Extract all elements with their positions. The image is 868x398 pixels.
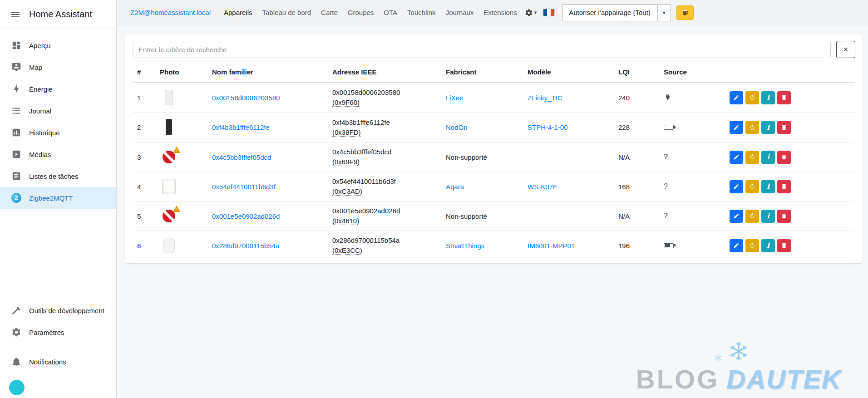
source-icon: ? <box>664 93 672 101</box>
z2m-nav: Appareils Tableau de bord Carte Groupes … <box>219 5 522 20</box>
info-button[interactable]: i <box>761 151 775 164</box>
remove-button[interactable] <box>777 91 791 104</box>
device-name-link[interactable]: 0x001e5e0902ad026d <box>212 212 280 220</box>
language-flag-fr[interactable] <box>543 9 555 16</box>
app-title: Home Assistant <box>29 9 92 20</box>
model-link[interactable]: WS-K07E <box>528 183 557 191</box>
model-link[interactable]: IM6001-MPP01 <box>528 242 575 250</box>
pencil-icon <box>733 183 740 190</box>
manufacturer-link[interactable]: Aqara <box>446 183 464 191</box>
sidebar-item-notifications[interactable]: Notifications <box>0 351 116 373</box>
rename-button[interactable] <box>730 121 743 134</box>
manufacturer-link[interactable]: Non-supporté <box>446 153 487 161</box>
sidebar-item-listes-de-taches[interactable]: Listes de tâches <box>0 165 116 187</box>
rename-button[interactable] <box>730 151 743 164</box>
row-actions: i <box>730 239 851 252</box>
nav-item-ota[interactable]: OTA <box>379 5 402 20</box>
refresh-icon <box>749 213 755 219</box>
z2m-brand-link[interactable]: Z2M@homeassistant.local <box>130 9 211 16</box>
model-link[interactable]: STPH-4-1-00 <box>528 123 567 131</box>
header-fabricant: Fabricant <box>441 62 523 83</box>
manufacturer-link[interactable]: NodOn <box>446 123 468 131</box>
nav-item-journaux[interactable]: Journaux <box>441 5 479 20</box>
permit-join-caret-button[interactable]: ▾ <box>657 4 671 21</box>
nav-item-tableau-de-bord[interactable]: Tableau de bord <box>257 5 316 20</box>
remove-button[interactable] <box>777 180 791 193</box>
header-adresse-ieee: Adresse IEEE <box>328 62 441 83</box>
remove-button[interactable] <box>777 121 791 134</box>
reconfigure-button[interactable] <box>745 210 759 223</box>
reconfigure-button[interactable] <box>745 121 759 134</box>
row-index: 4 <box>133 172 155 201</box>
battery-icon <box>664 243 674 248</box>
device-name-link[interactable]: 0x4c5bb3fffef05dcd <box>212 153 271 161</box>
reconfigure-button[interactable] <box>745 91 759 104</box>
manufacturer-link[interactable]: LiXee <box>446 94 463 102</box>
remove-button[interactable] <box>777 239 791 252</box>
menu-toggle-button[interactable] <box>10 9 21 20</box>
permit-join-button[interactable]: Autoriser l'appairage (Tout) <box>562 4 657 21</box>
reconfigure-button[interactable] <box>745 239 759 252</box>
user-avatar <box>9 380 25 395</box>
nav-item-groupes[interactable]: Groupes <box>343 5 379 20</box>
row-index: 1 <box>133 83 155 113</box>
remove-button[interactable] <box>777 210 791 223</box>
sidebar-item-apercu[interactable]: Aperçu <box>0 34 116 56</box>
question-icon: ? <box>664 153 668 161</box>
nav-item-appareils[interactable]: Appareils <box>219 5 257 20</box>
rename-button[interactable] <box>730 91 743 104</box>
sidebar-item-parametres[interactable]: Paramètres <box>0 321 116 343</box>
nav-item-extensions[interactable]: Extensions <box>478 5 522 20</box>
model-link[interactable]: ZLinky_TIC <box>528 94 562 102</box>
devices-card: × # Photo Nom familier Adresse IEEE Fabr <box>125 34 863 263</box>
ieee-address: 0x4c5bb3fffef05dcd <box>332 148 437 156</box>
settings-dropdown-button[interactable]: ▾ <box>525 9 537 17</box>
info-button[interactable]: i <box>761 239 775 252</box>
reconfigure-button[interactable] <box>745 180 759 193</box>
search-input[interactable] <box>133 41 831 58</box>
table-row: 3 0x4c5bb3fffef05dcd 0x4c5bb3fffef05dcd … <box>133 142 855 172</box>
header-nom-familier: Nom familier <box>207 62 328 83</box>
remove-button[interactable] <box>777 151 791 164</box>
power-plug-icon <box>664 93 672 101</box>
clear-search-button[interactable]: × <box>836 41 855 58</box>
header-actions <box>725 62 855 83</box>
sidebar-header: Home Assistant <box>0 0 116 29</box>
sidebar-item-profile[interactable] <box>0 373 116 398</box>
info-button[interactable]: i <box>761 180 775 193</box>
info-button[interactable]: i <box>761 210 775 223</box>
sidebar-item-outils-de-developpement[interactable]: Outils de développement <box>0 300 116 321</box>
source-icon: ? <box>664 243 674 248</box>
ieee-address: 0xf4b3b1fffe6112fe <box>332 118 437 126</box>
rename-button[interactable] <box>730 239 743 252</box>
trash-icon <box>781 242 787 249</box>
nav-item-carte[interactable]: Carte <box>316 5 343 20</box>
sidebar-item-historique[interactable]: Historique <box>0 122 116 143</box>
manufacturer-link[interactable]: Non-supporté <box>446 212 487 220</box>
donate-button[interactable] <box>676 5 694 20</box>
info-button[interactable]: i <box>761 91 775 104</box>
reconfigure-button[interactable] <box>745 151 759 164</box>
device-name-link[interactable]: 0xf4b3b1fffe6112fe <box>212 123 270 131</box>
rename-button[interactable] <box>730 210 743 223</box>
sidebar-item-medias[interactable]: Médias <box>0 143 116 165</box>
watermark-primary-text: BLOG <box>636 364 720 394</box>
sidebar-item-energie[interactable]: Énergie <box>0 78 116 100</box>
sidebar-item-journal[interactable]: Journal <box>0 100 116 122</box>
rename-button[interactable] <box>730 180 743 193</box>
device-name-link[interactable]: 0x54ef4410011b6d3f <box>212 183 276 191</box>
device-name-link[interactable]: 0x286d97000115b54a <box>212 242 279 250</box>
sidebar-item-zigbee2mqtt[interactable]: Zigbee2MQTT <box>0 187 116 209</box>
sidebar-item-map[interactable]: Map <box>0 56 116 78</box>
snowflake-small-icon <box>714 354 722 364</box>
device-name-link[interactable]: 0x00158d0006203580 <box>212 94 280 102</box>
question-icon: ? <box>664 212 668 220</box>
lqi-value: N/A <box>614 142 659 172</box>
zigbee2mqtt-logo-icon <box>11 192 22 203</box>
info-button[interactable]: i <box>761 121 775 134</box>
manufacturer-link[interactable]: SmartThings <box>446 242 484 250</box>
network-address: (0xE3CC) <box>332 246 362 255</box>
bell-icon <box>11 356 22 367</box>
gear-icon <box>525 9 533 17</box>
nav-item-touchlink[interactable]: Touchlink <box>402 5 441 20</box>
